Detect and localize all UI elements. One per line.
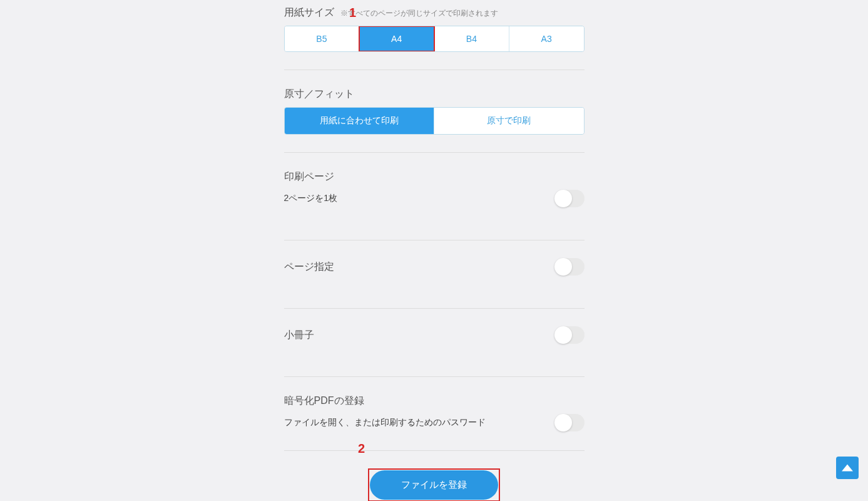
encrypted-pdf-title: 暗号化PDFの登録 (284, 395, 364, 406)
print-original-button[interactable]: 原寸で印刷 (434, 108, 584, 134)
toggle-knob (554, 326, 572, 344)
chevron-up-icon (842, 464, 853, 472)
paper-size-b4[interactable]: B4 (434, 26, 509, 51)
paper-size-title: 用紙サイズ (284, 7, 334, 18)
paper-size-group: B5 A4 B4 A3 (284, 26, 585, 52)
toggle-knob (554, 414, 572, 431)
divider (284, 308, 585, 309)
paper-size-note: ※すべてのページが同じサイズで印刷されます (340, 9, 498, 18)
paper-size-b5[interactable]: B5 (285, 26, 360, 51)
paper-size-a4[interactable]: A4 (359, 26, 434, 51)
divider (284, 70, 585, 70)
page-spec-toggle[interactable] (554, 258, 585, 276)
encrypted-pdf-toggle[interactable] (554, 414, 585, 431)
page-spec-title: ページ指定 (284, 261, 334, 274)
divider (284, 450, 585, 451)
divider (284, 240, 585, 240)
booklet-toggle[interactable] (554, 326, 585, 344)
fit-mode-title: 原寸／フィット (284, 88, 354, 99)
toggle-knob (554, 258, 572, 276)
divider (284, 152, 585, 153)
annotation-1: 1 (349, 6, 356, 20)
register-file-button[interactable]: ファイルを登録 (370, 470, 498, 500)
encrypted-pdf-label: ファイルを開く、または印刷するためのパスワード (284, 417, 486, 428)
booklet-title: 小冊子 (284, 329, 314, 342)
fit-to-paper-button[interactable]: 用紙に合わせて印刷 (285, 108, 435, 134)
two-per-page-label: 2ページを1枚 (284, 193, 338, 204)
toggle-knob (554, 190, 572, 207)
annotation-2: 2 (358, 442, 365, 456)
two-per-page-toggle[interactable] (554, 190, 585, 207)
scroll-top-button[interactable] (836, 457, 859, 479)
register-button-highlight: ファイルを登録 (368, 468, 500, 501)
paper-size-a3[interactable]: A3 (509, 26, 584, 51)
fit-mode-group: 用紙に合わせて印刷 原寸で印刷 (284, 107, 585, 135)
print-pages-title: 印刷ページ (284, 171, 334, 182)
divider (284, 376, 585, 377)
